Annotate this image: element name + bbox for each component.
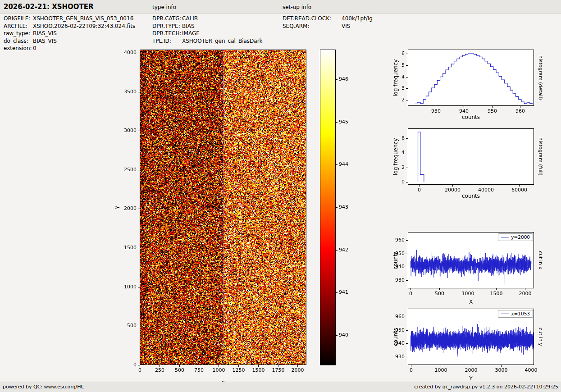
meta-label: extension:: [4, 45, 33, 52]
setup-info-heading: set-up info: [283, 4, 311, 10]
meta-value: XSHOOTER_GEN_BIAS_VIS_053_0016: [33, 15, 133, 22]
meta-row-raw-type: raw_type:BIAS_VIS: [4, 30, 135, 37]
meta-label: TPL.ID:: [152, 37, 182, 45]
meta-label: DPR.TECH:: [152, 30, 182, 37]
meta-row-dpr-tech: DPR.TECH:IMAGE: [152, 30, 263, 37]
legend-box: y=2000: [498, 233, 533, 241]
cut-in-x-canvas: [385, 228, 561, 306]
page-title: 2026-02-21: XSHOOTER: [4, 3, 94, 11]
right-side-label: cut in x: [538, 232, 543, 288]
y-axis-label: log frequency: [392, 128, 399, 185]
meta-label: SEQ.ARM:: [283, 23, 342, 30]
qc-report-page: 2026-02-21: XSHOOTER type info set-up in…: [0, 0, 561, 392]
histogram-detail-canvas: [385, 45, 561, 124]
meta-label: ARCFILE:: [4, 23, 33, 30]
colorbar: [315, 45, 354, 387]
y-axis-label: Y: [114, 50, 121, 365]
footer-powered-by: powered by QC: www.eso.org/HC: [3, 384, 84, 390]
x-axis-label: counts: [408, 193, 534, 199]
footer-bar: powered by QC: www.eso.org/HC created by…: [0, 382, 561, 392]
y-axis-label: counts: [392, 309, 399, 365]
cut-in-x-plot: counts cut in x X y=2000: [385, 228, 561, 309]
header-bar: 2026-02-21: XSHOOTER type info set-up in…: [0, 0, 561, 14]
meta-value: XSHOO.2026-02-22T09:32:43.024.fits: [33, 23, 135, 29]
legend-line-swatch: [501, 314, 509, 314]
meta-row-do-class: do_class:BIAS_VIS: [4, 37, 135, 45]
meta-row-tpl-id: TPL.ID:XSHOOTER_gen_cal_BiasDark: [152, 37, 263, 45]
meta-row-arcfile: ARCFILE:XSHOO.2026-02-22T09:32:43.024.fi…: [4, 23, 135, 30]
meta-row-read-clock: DET.READ.CLOCK:400k/1pt/lg: [283, 15, 373, 23]
meta-value: 0: [33, 45, 36, 51]
legend-box: x=1053: [498, 310, 533, 318]
right-side-label: cut in y: [538, 309, 543, 365]
meta-label: DPR.CATG:: [152, 15, 182, 23]
cut-in-y-canvas: [385, 304, 561, 383]
y-axis-label: counts: [392, 232, 399, 288]
meta-label: do_class:: [4, 37, 33, 45]
legend-label: x=1053: [511, 311, 530, 316]
legend-label: y=2000: [511, 234, 530, 240]
y-axis-label: log frequency: [392, 50, 399, 106]
footer-created-by: created by qc_rawdisp.py v1.2.3 on 2026-…: [414, 384, 558, 390]
histogram-detail-plot: log frequency histogram (detail) counts: [385, 45, 561, 126]
type-info-heading: type info: [152, 4, 176, 10]
meta-label: DET.READ.CLOCK:: [283, 15, 342, 23]
type-info-block: DPR.CATG:CALIB DPR.TYPE:BIAS DPR.TECH:IM…: [152, 15, 263, 45]
right-side-label: histogram (detail): [538, 50, 543, 106]
colorbar-canvas: [315, 45, 354, 387]
meta-value: CALIB: [182, 15, 198, 22]
meta-value: BIAS_VIS: [33, 38, 57, 44]
meta-value: BIAS: [182, 23, 195, 29]
meta-value: XSHOOTER_gen_cal_BiasDark: [182, 38, 263, 44]
bias-image-plot: Y X: [113, 45, 320, 387]
x-axis-label: Y: [408, 375, 534, 382]
meta-value: VIS: [342, 23, 350, 29]
meta-label: ORIGFILE:: [4, 15, 33, 23]
meta-row-dpr-catg: DPR.CATG:CALIB: [152, 15, 263, 23]
meta-value: IMAGE: [182, 30, 200, 36]
cut-in-y-plot: counts cut in y Y x=1053: [385, 304, 561, 385]
right-side-label: histogram (full): [538, 128, 543, 185]
legend-line-swatch: [501, 237, 509, 237]
meta-row-seq-arm: SEQ.ARM:VIS: [283, 23, 373, 30]
meta-label: DPR.TYPE:: [152, 23, 182, 30]
meta-value: 400k/1pt/lg: [342, 15, 373, 22]
histogram-full-plot: log frequency histogram (full) counts: [385, 124, 561, 205]
setup-info-block: DET.READ.CLOCK:400k/1pt/lg SEQ.ARM:VIS: [283, 15, 373, 30]
meta-row-dpr-type: DPR.TYPE:BIAS: [152, 23, 263, 30]
histogram-full-canvas: [385, 124, 561, 203]
x-axis-label: counts: [408, 114, 534, 120]
meta-row-origfile: ORIGFILE:XSHOOTER_GEN_BIAS_VIS_053_0016: [4, 15, 135, 23]
meta-label: raw_type:: [4, 30, 33, 37]
bias-image-canvas: [113, 45, 320, 387]
meta-value: BIAS_VIS: [33, 30, 57, 36]
